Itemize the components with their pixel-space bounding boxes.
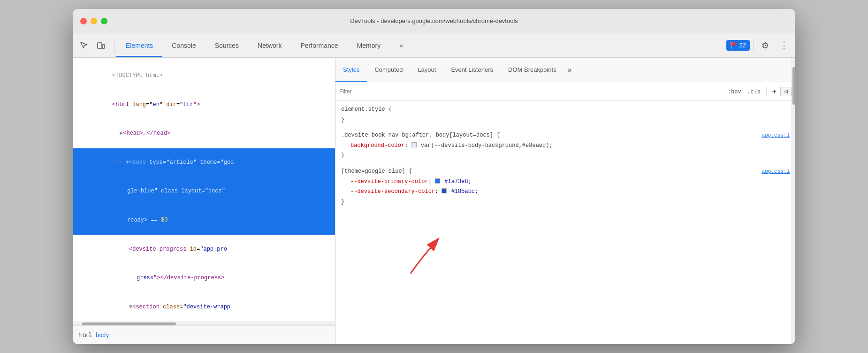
cls-button[interactable]: .cls (745, 87, 762, 96)
styles-content: element.style { } .devsite-book-nav-bg:a… (335, 101, 795, 344)
hov-button[interactable]: :hov (726, 87, 743, 96)
add-style-button[interactable]: + (770, 87, 778, 96)
close-button[interactable] (80, 18, 87, 24)
dom-line-body-3: ready> == $0 (73, 206, 335, 235)
color-swatch-1[interactable] (411, 142, 417, 147)
filter-buttons: :hov .cls + ◁ (726, 87, 792, 96)
breadcrumb-body[interactable]: body (96, 332, 109, 338)
tab-sources[interactable]: Sources (206, 33, 248, 57)
more-options-icon-button[interactable]: ⋮ (777, 38, 792, 53)
tab-elements[interactable]: Elements (116, 33, 162, 57)
tab-performance[interactable]: Performance (291, 33, 347, 57)
tab-memory[interactable]: Memory (348, 33, 390, 57)
right-panel: Styles Computed Layout Event Listeners D… (335, 58, 795, 344)
horizontal-scrollbar-thumb (82, 322, 176, 325)
toggle-sidebar-button[interactable]: ◁ (780, 87, 792, 96)
titlebar: DevTools - developers.google.com/web/too… (73, 9, 795, 33)
horizontal-scrollbar[interactable] (73, 322, 335, 325)
css-property-secondary-color: --devsite-secondary-color: #185abc; (341, 187, 790, 197)
settings-icon-button[interactable]: ⚙ (758, 38, 773, 53)
styles-tabs: Styles Computed Layout Event Listeners D… (335, 58, 795, 82)
main-content: <!DOCTYPE html> <html lang="en" dir="ltr… (73, 58, 795, 344)
css-rule-header: .devsite-book-nav-bg:after, body[layout=… (341, 130, 790, 141)
tab-more[interactable]: » (390, 33, 412, 57)
color-swatch-3[interactable] (442, 188, 447, 193)
filter-input[interactable] (339, 88, 722, 95)
tab-event-listeners[interactable]: Event Listeners (443, 58, 501, 82)
toolbar-icon-group (76, 38, 114, 53)
tab-dom-breakpoints[interactable]: DOM Breakpoints (501, 58, 564, 82)
dom-panel: <!DOCTYPE html> <html lang="en" dir="ltr… (73, 58, 335, 344)
tab-styles[interactable]: Styles (335, 58, 367, 82)
tab-layout[interactable]: Layout (410, 58, 443, 82)
badge-count: 22 (739, 42, 746, 49)
css-closing-brace-3: } (341, 199, 344, 205)
tab-computed[interactable]: Computed (367, 58, 410, 82)
css-rule-devsite-book-nav: .devsite-book-nav-bg:after, body[layout=… (341, 130, 790, 161)
toolbar-right: 🚩 22 ⚙ ⋮ (723, 38, 792, 53)
vertical-scrollbar-thumb (792, 67, 795, 105)
css-rule-header-3: [theme=google-blue] { app.css:1 (341, 167, 790, 177)
css-source-link[interactable]: app.css:1 (762, 131, 790, 140)
maximize-button[interactable] (101, 18, 107, 24)
svg-rect-0 (98, 43, 102, 48)
dom-line-doctype: <!DOCTYPE html> (73, 61, 335, 91)
styles-panel: Styles Computed Layout Event Listeners D… (335, 58, 795, 344)
css-selector: element.style { (341, 105, 392, 115)
badge-icon: 🚩 (730, 42, 738, 49)
svg-rect-1 (102, 45, 105, 48)
tab-console[interactable]: Console (162, 33, 205, 57)
css-closing-brace-2: } (341, 152, 344, 159)
breadcrumb-html[interactable]: html (78, 332, 92, 338)
filter-bar: :hov .cls + ◁ (335, 82, 795, 101)
dom-line-section: ▼<section class="devsite-wrapp (73, 293, 335, 322)
breakpoints-badge-button[interactable]: 🚩 22 (726, 40, 750, 51)
css-rule-theme-google-blue: [theme=google-blue] { app.css:1 --devsit… (341, 167, 790, 207)
css-rule-element-style: element.style { } (341, 105, 790, 125)
filter-divider (766, 87, 767, 96)
minimize-button[interactable] (91, 18, 97, 24)
dom-line-head: ▶<head>…</head> (73, 119, 335, 148)
tab-network[interactable]: Network (248, 33, 291, 57)
devtools-window: DevTools - developers.google.com/web/too… (73, 9, 795, 344)
device-icon-button[interactable] (93, 38, 108, 53)
main-toolbar: Elements Console Sources Network Perform… (73, 33, 795, 58)
dom-line-html: <html lang="en" dir="ltr"> (73, 91, 335, 120)
toolbar-divider (754, 40, 754, 51)
css-property-bg-color: background-color: var(--devsite-body-bac… (341, 141, 790, 151)
css-selector-2: .devsite-book-nav-bg:after, body[layout=… (341, 130, 500, 141)
dom-line-progress-2: gress"></devsite-progress> (73, 264, 335, 293)
css-selector-3: [theme=google-blue] { (341, 167, 412, 177)
dom-line-progress: <devsite-progress id="app-pro (73, 235, 335, 264)
dom-line-body-2: gle-blue" class layout="docs" (73, 177, 335, 206)
css-property-primary-color: --devsite-primary-color: #1a73e8; (341, 177, 790, 187)
color-swatch-2[interactable] (435, 178, 440, 184)
window-title: DevTools - developers.google.com/web/too… (350, 17, 518, 24)
main-tabs: Elements Console Sources Network Perform… (116, 33, 723, 57)
styles-tab-more-icon[interactable]: » (564, 58, 576, 82)
dom-line-body-1: ··· ▼<body type="article" theme="goo (73, 148, 335, 177)
vertical-scrollbar[interactable] (792, 58, 795, 344)
css-closing-brace: } (341, 116, 344, 123)
css-source-link-2[interactable]: app.css:1 (762, 167, 790, 176)
breadcrumb-bar: html body (73, 325, 335, 344)
dom-tree[interactable]: <!DOCTYPE html> <html lang="en" dir="ltr… (73, 58, 335, 322)
inspect-icon-button[interactable] (76, 38, 91, 53)
traffic-lights (80, 18, 107, 24)
